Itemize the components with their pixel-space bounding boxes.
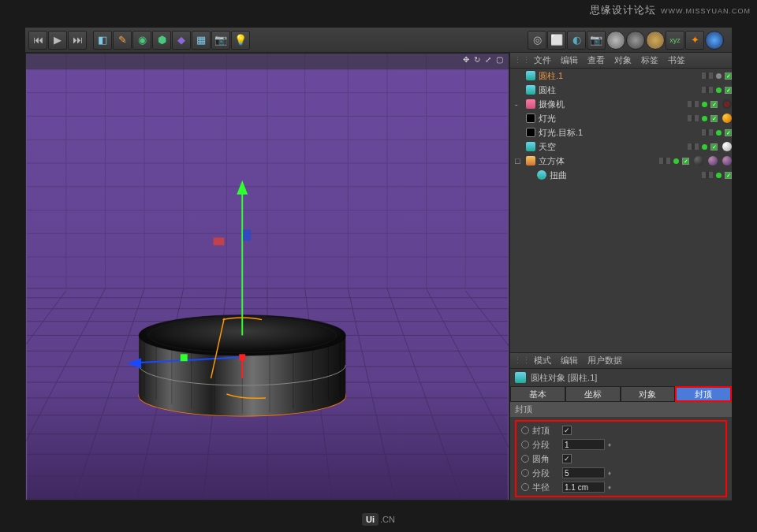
tab-basic[interactable]: 基本 [510, 386, 565, 402]
spinner-icon[interactable]: ♦ [608, 441, 614, 448]
object-row[interactable]: □立方体✓ [510, 154, 732, 168]
vp-nav4-icon[interactable]: ▢ [496, 55, 505, 65]
render-region-button[interactable]: ⬜ [547, 31, 566, 50]
svg-rect-11 [213, 237, 224, 245]
watermark: 思缘设计论坛WWW.MISSYUAN.COM [590, 3, 751, 17]
radio-icon [521, 426, 529, 434]
render-view-button[interactable]: ◎ [528, 31, 546, 50]
light-button[interactable]: 💡 [231, 31, 250, 50]
right-panel: ⋮⋮ 文件 编辑 查看 对象 标签 书签 圆柱.1✓圆柱✓-摄像机✓⊘灯光✓灯光… [509, 53, 732, 500]
om-menu-edit[interactable]: 编辑 [561, 54, 578, 66]
seg1-label: 分段 [532, 439, 559, 451]
forward-button[interactable]: ⏭ [68, 31, 87, 50]
mat2-button[interactable] [626, 31, 645, 50]
picture-viewer-button[interactable]: 📷 [587, 31, 606, 50]
fillet-checkbox[interactable]: ✓ [562, 454, 572, 463]
radio-icon [521, 441, 529, 448]
object-manager-menu: ⋮⋮ 文件 编辑 查看 对象 标签 书签 [510, 53, 732, 69]
app-window: ⏮ ▶ ⏭ ◧ ✎ ◉ ⬢ ◆ ▦ 📷 💡 ◎ ⬜ ◐ 📷 xyz ✦ [25, 28, 732, 500]
play-button[interactable]: ▶ [48, 31, 67, 50]
deformer-button[interactable]: ◆ [172, 31, 191, 50]
nurbs-button[interactable]: ◉ [132, 31, 151, 50]
radius-label: 半径 [532, 482, 559, 493]
object-tree[interactable]: 圆柱.1✓圆柱✓-摄像机✓⊘灯光✓灯光.目标.1✓天空✓□立方体✓扭曲✓ [510, 69, 732, 187]
grip-icon: ⋮⋮ [513, 355, 521, 366]
attribute-manager: ⋮⋮ 模式 编辑 用户数据 圆柱对象 [圆柱.1] 基本 坐标 对象 封顶 封顶 [510, 352, 732, 500]
fillet-label: 圆角 [532, 453, 559, 465]
pen-tool-button[interactable]: ✎ [113, 31, 132, 50]
cylinder-icon [515, 372, 526, 383]
om-menu-tags[interactable]: 标签 [641, 54, 658, 66]
main-area: ✥ ↻ ⤢ ▢ [25, 53, 732, 500]
main-toolbar: ⏮ ▶ ⏭ ◧ ✎ ◉ ⬢ ◆ ▦ 📷 💡 ◎ ⬜ ◐ 📷 xyz ✦ [25, 28, 732, 53]
mat3-button[interactable] [646, 31, 665, 50]
seg2-label: 分段 [532, 467, 559, 479]
cube-primitive-button[interactable]: ◧ [93, 31, 112, 50]
object-row[interactable]: 圆柱✓ [510, 83, 732, 97]
radio-icon [521, 455, 529, 463]
am-menu-mode[interactable]: 模式 [534, 355, 551, 366]
attr-object-title: 圆柱对象 [圆柱.1] [510, 369, 732, 386]
render-settings-button[interactable]: ◐ [567, 31, 586, 50]
om-menu-file[interactable]: 文件 [534, 54, 551, 66]
om-menu-object[interactable]: 对象 [614, 54, 632, 66]
highlighted-fields: 封顶 ✓ 分段 ♦ 圆角 ✓ [515, 420, 727, 497]
object-row[interactable]: -摄像机✓⊘ [510, 97, 732, 111]
tab-object[interactable]: 对象 [621, 386, 676, 402]
footer-logo: Ui.CN [362, 515, 395, 524]
radius-input[interactable] [562, 482, 605, 493]
object-row[interactable]: 扭曲✓ [510, 168, 732, 182]
rewind-button[interactable]: ⏮ [28, 31, 47, 50]
seg2-input[interactable] [562, 467, 605, 478]
vp-nav3-icon[interactable]: ⤢ [485, 55, 494, 65]
grip-icon: ⋮⋮ [513, 55, 521, 65]
axis-button[interactable]: xyz [666, 31, 684, 50]
viewport[interactable]: ✥ ↻ ⤢ ▢ [25, 53, 509, 500]
vp-nav2-icon[interactable]: ↻ [474, 55, 483, 65]
tab-caps[interactable]: 封顶 [675, 386, 732, 402]
seg1-input[interactable] [562, 439, 605, 450]
magnet-button[interactable] [705, 31, 724, 50]
svg-rect-13 [181, 354, 188, 361]
object-row[interactable]: 天空✓ [510, 140, 732, 154]
attr-tabs: 基本 坐标 对象 封顶 [510, 386, 732, 402]
snap-button[interactable]: ✦ [685, 31, 704, 50]
om-menu-bookmarks[interactable]: 书签 [668, 54, 685, 66]
cap-label: 封顶 [532, 425, 559, 437]
vp-nav1-icon[interactable]: ✥ [463, 55, 472, 65]
env-button[interactable]: ▦ [192, 31, 211, 50]
svg-rect-12 [243, 229, 251, 240]
object-row[interactable]: 灯光✓ [510, 111, 732, 125]
svg-rect-9 [239, 354, 245, 360]
tab-coord[interactable]: 坐标 [565, 386, 621, 402]
spinner-icon[interactable]: ♦ [608, 484, 614, 491]
object-row[interactable]: 圆柱.1✓ [510, 69, 732, 83]
am-menu-userdata[interactable]: 用户数据 [587, 355, 622, 366]
viewport-render [26, 54, 509, 500]
mat1-button[interactable] [606, 31, 625, 50]
attr-menu: ⋮⋮ 模式 编辑 用户数据 [510, 353, 732, 369]
viewport-header: ✥ ↻ ⤢ ▢ [26, 54, 509, 69]
camera-button[interactable]: 📷 [211, 31, 230, 50]
generator-button[interactable]: ⬢ [152, 31, 171, 50]
radio-icon [521, 469, 529, 477]
cap-checkbox[interactable]: ✓ [562, 426, 572, 435]
am-menu-edit[interactable]: 编辑 [561, 355, 578, 366]
spinner-icon[interactable]: ♦ [608, 470, 614, 477]
object-row[interactable]: 灯光.目标.1✓ [510, 125, 732, 140]
om-menu-view[interactable]: 查看 [587, 54, 605, 66]
section-title: 封顶 [510, 402, 732, 417]
radio-icon [521, 483, 529, 491]
